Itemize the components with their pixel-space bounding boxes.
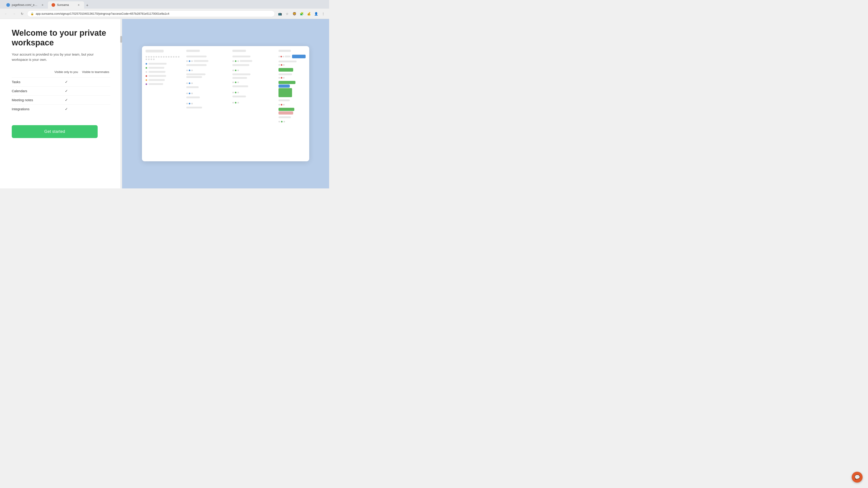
left-panel: Welcome to your private workspace Your a… — [0, 19, 122, 188]
tab1-title: pageflows.com/_emails/_/7fb... — [12, 3, 39, 6]
dot-blue — [189, 60, 190, 62]
task-row — [146, 79, 182, 81]
address-bar[interactable]: 🔒 app.sunsama.com/signup/170257010401361… — [27, 10, 275, 17]
dot-blue — [189, 103, 190, 104]
dot — [237, 70, 239, 71]
cast-button[interactable]: 📺 — [277, 11, 283, 17]
skel — [186, 76, 202, 78]
dot — [232, 102, 234, 103]
cal-bar-green — [278, 108, 294, 111]
dot — [237, 102, 239, 103]
dot-green — [281, 121, 283, 123]
stacked-bars — [278, 81, 306, 97]
dot-green — [235, 60, 237, 62]
skel — [186, 107, 202, 108]
red-dot-row — [278, 55, 306, 58]
page-subtitle: Your account is provided to you by your … — [12, 52, 110, 62]
dot — [283, 104, 285, 105]
new-tab-button[interactable]: + — [84, 2, 90, 8]
vis-row-meeting-notes: Meeting notes ✓ — [12, 95, 110, 104]
dot-green — [235, 102, 237, 103]
menu-button[interactable]: ⋮ — [320, 11, 327, 17]
dot-purple — [146, 84, 147, 85]
dot-red — [281, 56, 282, 57]
forward-button[interactable]: → — [11, 11, 17, 17]
dot — [148, 56, 150, 58]
task-skel — [149, 75, 166, 77]
skel — [194, 60, 209, 62]
browser-chrome: pageflows.com/_emails/_/7fb... × Sunsama… — [0, 0, 329, 19]
dot — [160, 56, 162, 58]
tab2-close[interactable]: × — [77, 3, 81, 7]
green-dot-row — [232, 92, 274, 93]
green-dot-row — [232, 102, 274, 103]
skel — [186, 73, 206, 75]
dot-green — [235, 82, 237, 83]
vis-label-calendars: Calendars — [12, 89, 52, 93]
dot — [186, 83, 188, 84]
preview-col-mid — [186, 50, 228, 158]
dot — [176, 56, 177, 58]
dot — [186, 70, 188, 71]
skel — [278, 99, 290, 101]
dot — [156, 56, 157, 58]
vis-col2-header: Visible to teammates — [81, 70, 110, 74]
prev-skel — [278, 50, 291, 52]
cal-bar-green — [278, 68, 293, 72]
tab2-favicon — [52, 3, 55, 7]
skel-row — [186, 64, 228, 67]
dot — [186, 60, 188, 62]
tab-sunsama[interactable]: Sunsama × — [48, 1, 84, 8]
browser-titlebar: pageflows.com/_emails/_/7fb... × Sunsama… — [0, 0, 329, 8]
dot — [232, 70, 234, 71]
red-dot-row — [278, 77, 306, 78]
dot — [283, 64, 285, 66]
tab1-favicon — [6, 3, 10, 7]
dot — [191, 70, 193, 71]
cal-bar-tall-green — [278, 88, 292, 97]
profile-button[interactable]: 👤 — [313, 11, 319, 17]
skel — [278, 61, 297, 62]
skel — [278, 73, 292, 75]
skel — [186, 86, 199, 88]
dot — [186, 93, 188, 94]
dot-red — [281, 77, 282, 78]
dot — [283, 77, 285, 78]
wallet-button[interactable]: 💰 — [306, 11, 312, 17]
tab1-close[interactable]: × — [41, 3, 44, 7]
vis-label-integrations: Integrations — [12, 107, 52, 111]
cal-bar-blue — [292, 55, 306, 58]
task-skel — [149, 71, 165, 73]
lock-icon: 🔒 — [31, 12, 34, 15]
extensions-button[interactable]: 🧩 — [298, 11, 305, 17]
skel — [232, 64, 249, 66]
dot-blue — [189, 83, 190, 84]
preview-card — [142, 46, 309, 161]
dot-pair-row — [186, 83, 228, 84]
reload-button[interactable]: ↻ — [19, 11, 25, 17]
brave-icon[interactable]: 🦁 — [291, 11, 298, 17]
scrollbar-track[interactable] — [120, 19, 122, 188]
vis-row-calendars: Calendars ✓ — [12, 86, 110, 95]
cal-bar-green — [278, 81, 296, 84]
dot — [186, 103, 188, 104]
tab-pageflows[interactable]: pageflows.com/_emails/_/7fb... × — [3, 1, 48, 8]
dot — [146, 56, 147, 58]
vis-label-tasks: Tasks — [12, 80, 52, 84]
back-button[interactable]: ← — [3, 11, 9, 17]
dot-red — [281, 104, 282, 105]
tabs-row: pageflows.com/_emails/_/7fb... × Sunsama… — [3, 1, 90, 8]
green-dot-row — [232, 60, 274, 62]
toolbar-actions: 📺 ☆ 🦁 🧩 💰 👤 ⋮ — [277, 11, 327, 17]
task-row — [146, 67, 182, 69]
dot — [237, 82, 239, 83]
dot — [163, 56, 164, 58]
task-skel — [149, 67, 164, 69]
skel — [232, 73, 250, 75]
bookmark-button[interactable]: ☆ — [284, 11, 290, 17]
skel — [285, 56, 290, 57]
bottom-bars — [278, 108, 306, 115]
get-started-button[interactable]: Get started — [12, 125, 98, 138]
dot — [232, 92, 234, 93]
dot-trio — [278, 121, 306, 123]
